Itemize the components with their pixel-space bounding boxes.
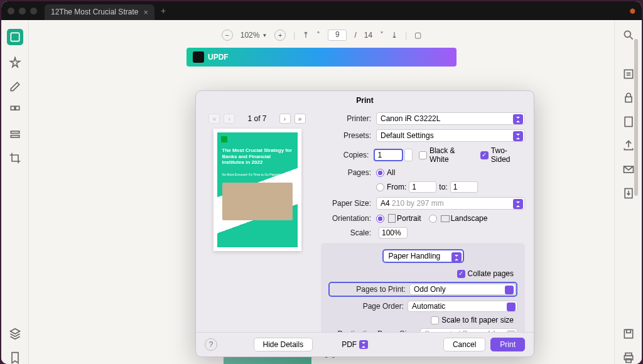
cancel-button[interactable]: Cancel [443,338,485,351]
pages-to-print-label: Pages to Print: [330,285,406,294]
bw-label: Black & White [430,146,474,164]
zoom-dropdown[interactable]: 102% ▼ [240,31,267,40]
chevron-icon [513,131,523,141]
svg-rect-0 [11,33,19,41]
chevron-icon [513,199,523,209]
print-icon[interactable] [622,351,635,364]
copies-stepper[interactable] [404,149,413,161]
landscape-radio[interactable] [429,215,437,223]
close-tab-icon[interactable]: × [143,8,148,17]
pages-to-print-select[interactable]: Odd Only [409,284,516,295]
last-page-icon[interactable]: ⤓ [391,31,397,40]
close-dot[interactable] [8,8,14,14]
section-select[interactable]: Paper Handling [382,249,464,263]
svg-rect-2 [15,106,19,110]
print-dialog: Print « ‹ 1 of 7 › » The Most Crucial St [195,90,534,357]
zoom-out-button[interactable]: − [222,29,233,41]
preview-counter: 1 of 7 [247,114,266,123]
portrait-icon [388,214,396,223]
pages-all-radio[interactable] [376,169,384,177]
pages-all-label: All [387,168,395,177]
prev-page-icon[interactable]: ˄ [316,31,320,40]
tools-icon[interactable] [9,128,21,141]
edit-icon[interactable] [9,80,21,93]
copies-label: Copies: [321,151,369,159]
main-area: − 102% ▼ + | ⤒ ˄ 9 / 14 ˅ ⤓ | ▢ UPDF [29,20,614,364]
chevron-icon [505,286,514,294]
scrollbar[interactable] [634,26,639,315]
dialog-title: Print [196,91,534,110]
presets-select[interactable]: Default Settings [376,129,525,142]
papersize-select[interactable]: A4 210 by 297 mm [376,197,525,210]
zoom-in-button[interactable]: + [274,29,286,41]
collate-label: Collate pages [468,269,514,278]
svg-rect-7 [625,97,632,102]
pages-label: Pages: [321,168,371,177]
hide-details-button[interactable]: Hide Details [254,338,313,351]
preview-page: The Most Crucial Strategy for Banks and … [213,129,301,251]
chevron-icon [507,330,516,332]
portrait-radio[interactable] [376,215,384,223]
print-button[interactable]: Print [490,338,525,351]
tab-title: 12The Most Crucial Strate [51,8,138,16]
save-icon[interactable] [622,328,635,340]
flatten-icon[interactable] [622,115,635,128]
preview-prev-button[interactable]: ‹ [224,114,235,124]
scroll-thumb[interactable] [634,39,638,196]
search-icon[interactable] [622,29,635,41]
svg-rect-3 [11,131,19,133]
bw-checkbox[interactable] [419,151,427,159]
export-icon[interactable] [622,187,635,200]
protect-icon[interactable] [622,92,635,104]
page-input[interactable]: 9 [328,29,347,41]
copies-input[interactable]: 1 [374,149,403,161]
svg-point-5 [624,31,630,37]
chevron-icon [451,252,462,262]
traffic-lights[interactable] [8,8,37,14]
dialog-footer: ? Hide Details PDF Cancel Print [196,332,534,356]
svg-rect-12 [626,329,630,333]
first-page-icon[interactable]: ⤒ [303,31,309,40]
brand-square-icon [193,51,204,63]
landscape-label: Landscape [451,214,488,223]
from-input[interactable]: 1 [409,181,436,193]
pdf-dropdown[interactable]: PDF [342,340,368,349]
next-page-icon[interactable]: ˅ [380,31,384,40]
pages-range-radio[interactable] [376,183,384,191]
layers-icon[interactable] [9,328,21,340]
new-tab-button[interactable]: + [161,6,166,16]
twosided-checkbox[interactable] [480,151,489,159]
document-tab[interactable]: 12The Most Crucial Strate × [45,4,154,20]
email-icon[interactable] [622,163,635,176]
printer-label: Printer: [321,114,371,123]
preview-last-button[interactable]: » [294,114,306,124]
reader-mode-icon[interactable] [7,29,23,45]
ocr-icon[interactable] [622,68,635,80]
present-icon[interactable]: ▢ [414,31,421,40]
dest-size-select: Suggested Paper: A4 [420,328,517,332]
share-icon[interactable] [622,139,635,152]
minimize-dot[interactable] [19,8,26,14]
preview-first-button[interactable]: « [208,114,220,124]
printer-select[interactable]: Canon iR C3222L [376,112,525,125]
to-input[interactable]: 1 [450,181,478,193]
brand-text: UPDF [208,53,229,62]
from-label: From: [387,183,406,191]
svg-rect-6 [624,70,632,78]
svg-rect-1 [11,106,14,110]
preview-next-button[interactable]: › [279,114,291,124]
help-button[interactable]: ? [205,338,217,351]
pages-to-print-highlight: Pages to Print: Odd Only [328,282,517,297]
scale-fit-checkbox[interactable] [431,316,439,324]
organize-icon[interactable] [9,104,21,117]
brand-logo: ⬢ [630,8,635,14]
scale-input[interactable]: 100% [379,227,408,238]
annotate-icon[interactable] [9,56,21,69]
maximize-dot[interactable] [30,8,37,14]
page-order-select[interactable]: Automatic [408,301,517,312]
collate-checkbox[interactable] [457,270,465,278]
crop-icon[interactable] [9,152,21,164]
app-body: − 102% ▼ + | ⤒ ˄ 9 / 14 ˅ ⤓ | ▢ UPDF [1,20,642,364]
preview-doc-sub: No More Excuses! It's Time to Go Paperle… [222,173,284,176]
bookmark-icon[interactable] [9,351,21,364]
